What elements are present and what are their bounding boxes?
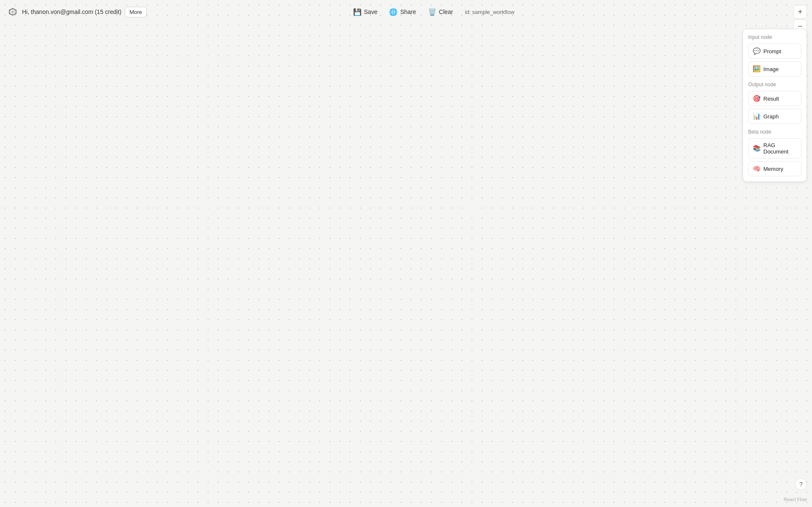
logo-icon bbox=[7, 6, 19, 18]
beta-node-section: Beta node 📚 RAG Document 🧠 Memory bbox=[748, 129, 801, 176]
output-node-label: Output node bbox=[748, 82, 801, 88]
memory-icon: 🧠 bbox=[753, 165, 761, 173]
image-node-button[interactable]: 🖼️ Image bbox=[748, 61, 801, 77]
rag-document-label: RAG Document bbox=[763, 142, 797, 155]
memory-node-button[interactable]: 🧠 Memory bbox=[748, 161, 801, 176]
toolbar-left: Hi, thanon.von@gmail.com (15 credit) Mor… bbox=[7, 6, 147, 18]
save-button[interactable]: 💾 Save bbox=[348, 5, 383, 19]
toolbar-center: 💾 Save 🌐 Share 🗑️ Clear id: sample_workf… bbox=[348, 5, 520, 19]
sidebar-panel: Input node 💬 Prompt 🖼️ Image Output node… bbox=[743, 29, 807, 182]
share-icon: 🌐 bbox=[389, 8, 398, 16]
image-icon: 🖼️ bbox=[753, 65, 761, 73]
graph-label: Graph bbox=[763, 113, 779, 120]
image-label: Image bbox=[763, 66, 779, 72]
result-node-button[interactable]: 🎯 Result bbox=[748, 91, 801, 106]
rag-document-icon: 📚 bbox=[753, 145, 761, 152]
prompt-node-button[interactable]: 💬 Prompt bbox=[748, 44, 801, 59]
output-node-section: Output node 🎯 Result 📊 Graph bbox=[748, 82, 801, 124]
toolbar: Hi, thanon.von@gmail.com (15 credit) Mor… bbox=[0, 0, 812, 24]
workflow-id: id: sample_workflow bbox=[460, 6, 519, 18]
react-flow-badge: React Flow bbox=[784, 497, 807, 502]
save-icon: 💾 bbox=[353, 8, 362, 16]
memory-label: Memory bbox=[763, 166, 783, 172]
user-info: Hi, thanon.von@gmail.com (15 credit) bbox=[22, 8, 121, 15]
share-label: Share bbox=[400, 8, 416, 15]
input-node-label: Input node bbox=[748, 34, 801, 40]
graph-node-button[interactable]: 📊 Graph bbox=[748, 109, 801, 124]
more-button[interactable]: More bbox=[125, 7, 147, 17]
result-icon: 🎯 bbox=[753, 95, 761, 102]
help-button[interactable]: ? bbox=[795, 478, 807, 490]
prompt-icon: 💬 bbox=[753, 47, 761, 55]
canvas-background bbox=[0, 0, 812, 507]
share-button[interactable]: 🌐 Share bbox=[384, 5, 421, 19]
clear-button[interactable]: 🗑️ Clear bbox=[423, 5, 458, 19]
save-label: Save bbox=[364, 8, 378, 15]
clear-icon: 🗑️ bbox=[428, 8, 436, 16]
zoom-in-button[interactable]: + bbox=[793, 5, 807, 19]
result-label: Result bbox=[763, 96, 779, 102]
rag-document-node-button[interactable]: 📚 RAG Document bbox=[748, 138, 801, 159]
clear-label: Clear bbox=[439, 8, 453, 15]
prompt-label: Prompt bbox=[763, 48, 781, 55]
beta-node-label: Beta node bbox=[748, 129, 801, 135]
input-node-section: Input node 💬 Prompt 🖼️ Image bbox=[748, 34, 801, 77]
graph-icon: 📊 bbox=[753, 112, 761, 120]
